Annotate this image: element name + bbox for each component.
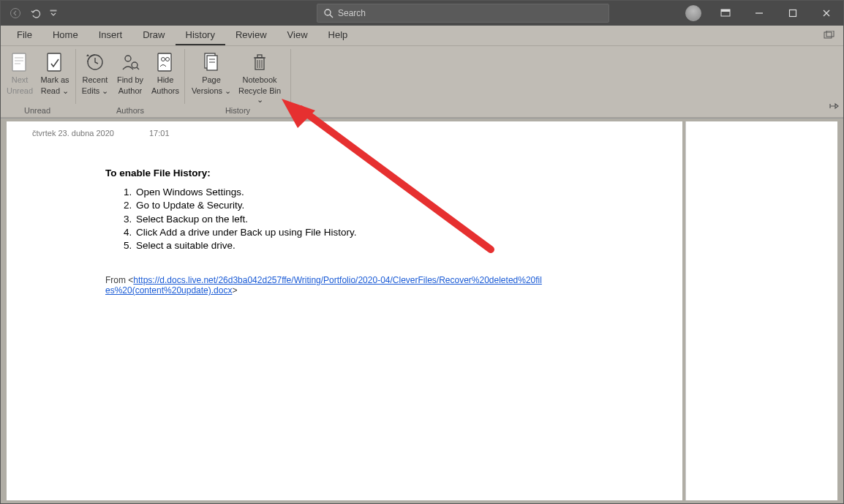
page-versions-button[interactable]: Page Versions ⌄ bbox=[189, 49, 233, 97]
ribbon-display-button[interactable] bbox=[709, 1, 742, 26]
page-people-icon bbox=[156, 50, 175, 74]
page-time: 17:01 bbox=[149, 129, 170, 138]
svg-point-19 bbox=[132, 62, 137, 68]
svg-point-18 bbox=[125, 56, 131, 61]
mark-as-read-label-1: Mark as bbox=[40, 75, 69, 85]
tab-home[interactable]: Home bbox=[42, 25, 88, 45]
notebook-recycle-bin-label-1: Notebook bbox=[242, 75, 276, 85]
person-search-icon bbox=[120, 50, 140, 74]
search-box[interactable] bbox=[317, 4, 609, 23]
ribbon: Next Unread Mark as Read ⌄ Unread Recent… bbox=[1, 46, 843, 118]
svg-rect-12 bbox=[12, 53, 26, 71]
page-versions-label-2: Versions ⌄ bbox=[192, 86, 231, 96]
note-step-3: Select Backup on the left. bbox=[135, 213, 356, 226]
pages-stack-icon bbox=[201, 50, 222, 74]
source-line: From <https://d.docs.live.net/26d3ba042d… bbox=[105, 275, 544, 296]
next-unread-label-1: Next bbox=[12, 75, 29, 85]
page-date: čtvrtek 23. dubna 2020 bbox=[32, 129, 114, 138]
full-screen-button[interactable] bbox=[820, 26, 839, 45]
minimize-button[interactable] bbox=[742, 1, 776, 26]
next-unread-label-2: Unread bbox=[7, 86, 33, 96]
undo-button[interactable] bbox=[26, 1, 46, 26]
note-step-5: Select a suitable drive. bbox=[135, 239, 356, 252]
notebook-recycle-bin-button[interactable]: Notebook Recycle Bin ⌄ bbox=[233, 49, 286, 106]
ribbon-group-authors-label: Authors bbox=[78, 106, 183, 115]
mark-as-read-button[interactable]: Mark as Read ⌄ bbox=[37, 49, 72, 97]
svg-rect-7 bbox=[790, 10, 796, 17]
menu-tabs: File Home Insert Draw History Review Vie… bbox=[1, 26, 843, 46]
page-check-icon bbox=[45, 50, 64, 74]
recent-edits-button[interactable]: Recent Edits ⌄ bbox=[78, 49, 113, 97]
tab-help[interactable]: Help bbox=[318, 25, 358, 45]
tab-review[interactable]: Review bbox=[225, 25, 277, 45]
ribbon-group-unread-label: Unread bbox=[1, 106, 74, 115]
tab-history[interactable]: History bbox=[176, 25, 225, 45]
note-step-2: Go to Update & Security. bbox=[135, 199, 356, 212]
next-unread-button: Next Unread bbox=[2, 49, 37, 97]
svg-rect-30 bbox=[257, 55, 262, 58]
svg-rect-10 bbox=[824, 32, 832, 38]
page-icon bbox=[10, 50, 29, 74]
svg-rect-5 bbox=[721, 10, 730, 12]
recent-edits-label-1: Recent bbox=[83, 75, 108, 85]
tab-file[interactable]: File bbox=[7, 25, 42, 45]
clock-refresh-icon bbox=[85, 50, 105, 74]
svg-rect-16 bbox=[48, 53, 61, 71]
source-link[interactable]: https://d.docs.live.net/26d3ba042d257ffe… bbox=[105, 275, 542, 296]
svg-rect-1 bbox=[50, 10, 56, 11]
trash-icon bbox=[251, 50, 268, 74]
note-step-4: Click Add a drive under Back up using Fi… bbox=[135, 226, 356, 239]
svg-point-2 bbox=[325, 10, 331, 15]
svg-point-0 bbox=[11, 9, 20, 18]
hide-authors-label-1: Hide bbox=[157, 75, 174, 85]
from-prefix: From < bbox=[105, 275, 133, 285]
find-by-author-label-1: Find by bbox=[117, 75, 143, 85]
tab-view[interactable]: View bbox=[277, 25, 318, 45]
svg-line-20 bbox=[137, 67, 139, 69]
note-page[interactable]: čtvrtek 23. dubna 2020 17:01 To enable F… bbox=[7, 121, 682, 500]
from-suffix: > bbox=[232, 285, 237, 296]
user-avatar[interactable] bbox=[685, 5, 701, 21]
hide-authors-label-2: Authors bbox=[151, 86, 179, 96]
find-by-author-button[interactable]: Find by Author bbox=[113, 49, 148, 97]
side-panel[interactable] bbox=[685, 121, 837, 500]
note-heading: To enable File History: bbox=[105, 168, 211, 178]
recent-edits-label-2: Edits ⌄ bbox=[82, 86, 109, 96]
close-button[interactable] bbox=[810, 1, 843, 26]
search-icon bbox=[323, 8, 334, 18]
svg-rect-21 bbox=[158, 53, 171, 71]
note-step-1: Open Windows Settings. bbox=[135, 186, 356, 199]
maximize-button[interactable] bbox=[776, 1, 810, 26]
nav-back-button[interactable] bbox=[5, 1, 26, 26]
find-by-author-label-2: Author bbox=[118, 86, 142, 96]
svg-rect-25 bbox=[207, 56, 217, 70]
qat-customize-button[interactable] bbox=[46, 1, 61, 26]
page-versions-label-1: Page bbox=[202, 75, 221, 85]
tab-insert[interactable]: Insert bbox=[88, 25, 133, 45]
mark-as-read-label-2: Read ⌄ bbox=[41, 86, 69, 96]
tab-draw[interactable]: Draw bbox=[132, 25, 175, 45]
hide-authors-button[interactable]: Hide Authors bbox=[148, 49, 183, 97]
notebook-recycle-bin-label-2: Recycle Bin ⌄ bbox=[234, 86, 285, 105]
svg-line-3 bbox=[330, 15, 333, 18]
note-body[interactable]: To enable File History: Open Windows Set… bbox=[105, 167, 356, 252]
svg-rect-11 bbox=[826, 31, 834, 37]
pin-ribbon-button[interactable] bbox=[829, 101, 839, 114]
ribbon-group-history-label: History bbox=[186, 106, 289, 115]
title-bar: Enable - OneNote bbox=[1, 1, 843, 26]
content-area: čtvrtek 23. dubna 2020 17:01 To enable F… bbox=[1, 118, 843, 503]
search-input[interactable] bbox=[338, 8, 603, 18]
